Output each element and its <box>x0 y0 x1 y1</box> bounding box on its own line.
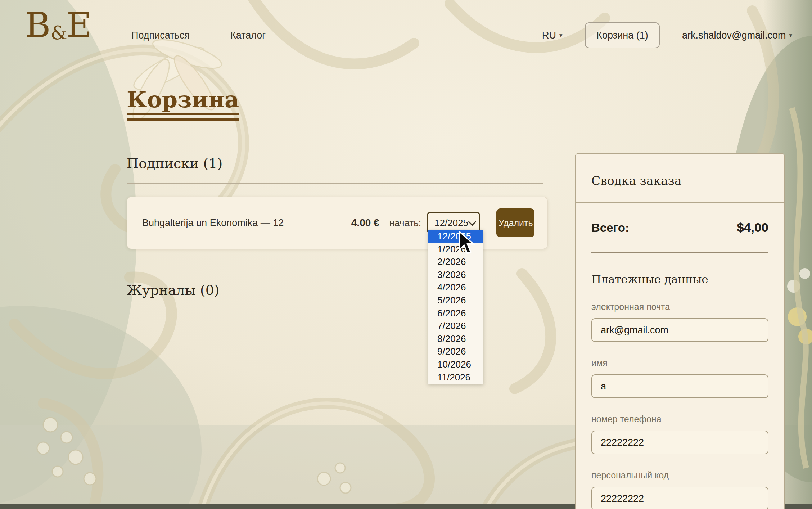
total-value: $4,00 <box>737 220 768 235</box>
period-option[interactable]: 6/2026 <box>428 307 483 320</box>
personal-code-label: персональный код <box>591 470 768 481</box>
summary-divider <box>576 202 784 203</box>
total-label: Всего: <box>591 221 629 235</box>
email-field[interactable] <box>591 318 768 342</box>
order-summary-panel: Сводка заказа Всего: $4,00 Платежные дан… <box>575 153 785 509</box>
personal-code-field-group: персональный код <box>591 470 768 509</box>
nav-catalog-link[interactable]: Каталог <box>230 30 266 41</box>
phone-label: номер телефона <box>591 414 768 424</box>
total-row: Всего: $4,00 <box>591 220 768 235</box>
cart-item-row: Buhgalterija un Ekonomika — 12 4.00 € на… <box>127 197 548 249</box>
cart-button-label: Корзина (1) <box>596 30 648 41</box>
email-field-group: электронная почта <box>591 302 768 342</box>
phone-field[interactable] <box>591 431 768 454</box>
logo-e: E <box>67 5 92 45</box>
subscriptions-heading: Подписки (1) <box>127 156 548 171</box>
personal-code-field[interactable] <box>591 487 768 509</box>
magazines-heading: Журналы (0) <box>127 282 548 298</box>
name-field-group: имя <box>591 358 768 398</box>
order-summary-heading: Сводка заказа <box>591 174 768 188</box>
nav-subscribe-link[interactable]: Подписаться <box>131 30 190 41</box>
item-title: Buhgalterija un Ekonomika — 12 <box>142 217 351 229</box>
period-option[interactable]: 4/2026 <box>428 281 483 294</box>
remove-item-button[interactable]: Удалить <box>496 208 534 237</box>
period-option[interactable]: 2/2026 <box>428 256 483 269</box>
cart-main: Корзина Подписки (1) Buhgalterija un Eko… <box>127 86 548 310</box>
period-option[interactable]: 11/2026 <box>428 371 483 384</box>
cart-button[interactable]: Корзина (1) <box>585 22 660 48</box>
summary-divider <box>591 252 768 253</box>
language-label: RU <box>542 30 556 41</box>
period-option[interactable]: 10/2026 <box>428 358 483 371</box>
period-option[interactable]: 7/2026 <box>428 320 483 333</box>
period-option[interactable]: 3/2026 <box>428 269 483 281</box>
language-selector[interactable]: RU▾ <box>542 30 563 41</box>
phone-field-group: номер телефона <box>591 414 768 454</box>
section-divider <box>127 183 543 184</box>
selected-period-value: 12/2025 <box>434 217 468 229</box>
account-menu[interactable]: ark.shaldov@gmail.com▾ <box>682 30 792 41</box>
name-field[interactable] <box>591 374 768 398</box>
period-option[interactable]: 1/2026 <box>428 243 483 256</box>
chevron-down-icon: ▾ <box>789 32 793 39</box>
account-email: ark.shaldov@gmail.com <box>682 30 786 41</box>
page-title: Корзина <box>127 86 239 121</box>
period-dropdown-list: 12/2025 1/2026 2/2026 3/2026 4/2026 5/20… <box>428 230 483 384</box>
email-label: электронная почта <box>591 302 768 312</box>
period-option[interactable]: 5/2026 <box>428 294 483 307</box>
name-label: имя <box>591 358 768 368</box>
period-option[interactable]: 8/2026 <box>428 333 483 346</box>
brand-logo[interactable]: B&E <box>25 8 92 42</box>
page-root: B&E Подписаться Каталог RU▾ Корзина (1) … <box>0 0 812 509</box>
header: B&E Подписаться Каталог RU▾ Корзина (1) … <box>0 0 812 58</box>
period-option[interactable]: 12/2025 <box>428 230 483 243</box>
chevron-down-icon <box>468 218 477 226</box>
period-option[interactable]: 9/2026 <box>428 345 483 358</box>
payment-details-heading: Платежные данные <box>591 273 768 286</box>
start-date-label: начать: <box>389 217 421 229</box>
logo-ampersand: & <box>51 22 67 44</box>
logo-b: B <box>25 5 51 45</box>
chevron-down-icon: ▾ <box>559 32 563 39</box>
item-price: 4.00 € <box>351 217 379 229</box>
